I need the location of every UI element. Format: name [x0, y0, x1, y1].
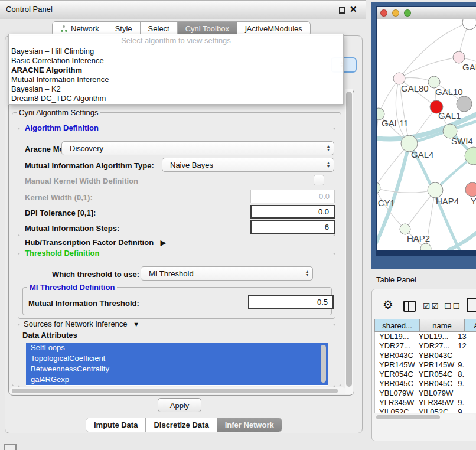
float-panel-icon[interactable] — [339, 7, 345, 14]
table-header-row: shared... name A — [374, 319, 476, 332]
node-gal80[interactable] — [393, 73, 405, 84]
table-row[interactable]: YPR145WYPR145W9. — [375, 360, 476, 370]
mi-threshold-label: Mutual Information Threshold: — [28, 299, 139, 308]
hub-definition-disclosure[interactable]: Hub/Transcription Factor Definition ▶ — [25, 238, 166, 247]
kernel-width-input[interactable]: 0.0 — [250, 190, 335, 203]
attributes-scrollbar-thumb[interactable] — [321, 345, 326, 383]
table-row[interactable]: YDL19...YDL19...13 — [375, 332, 476, 341]
table-cell: YDL19... — [416, 332, 456, 341]
table-cell: 13 — [455, 332, 476, 341]
gear-icon[interactable]: ⚙ — [383, 298, 393, 312]
table-cell: YPR145W — [416, 360, 456, 370]
node-label-gal4: GAL4 — [411, 149, 433, 159]
screen: Control Panel ✕ NetworkStyleSelectCyni T… — [0, 0, 476, 450]
algorithm-option-dream8-dc-tdc-algorithm[interactable]: Dream8 DC_TDC Algorithm — [9, 94, 343, 103]
tab-label: Network — [71, 24, 99, 33]
node-y[interactable] — [465, 182, 476, 197]
settings-horizontal-scrollbar[interactable] — [9, 387, 346, 394]
node-unlabeled[interactable] — [457, 96, 472, 112]
select-all-checkboxes-icon[interactable]: ☑☑ — [423, 301, 440, 311]
table-cell: YBL079W — [375, 389, 416, 398]
tab-impute-data[interactable]: Impute Data — [86, 418, 146, 432]
disclosure-right-icon: ▶ — [161, 239, 166, 247]
mi-algorithm-type-combo[interactable]: Naive Bayes ▴▾ — [162, 158, 334, 172]
aracne-mode-combo[interactable]: Discovery ▴▾ — [61, 141, 334, 155]
table-horizontal-scrollbar[interactable] — [375, 414, 475, 420]
tab-infer-network[interactable]: Infer Network — [217, 418, 282, 432]
column-header-name[interactable]: name — [420, 319, 465, 332]
dpi-tolerance-value: 0.0 — [318, 207, 329, 216]
window-close-traffic-light[interactable] — [380, 9, 387, 17]
table-cell: YDL19... — [375, 332, 416, 341]
data-attributes-list[interactable]: SelfLoopsTopologicalCoefficientBetweenne… — [26, 343, 328, 386]
algorithm-option-mutual-information-inference[interactable]: Mutual Information Inference — [9, 75, 343, 84]
node-unlabeled[interactable] — [420, 243, 431, 250]
table-cell: YIL052C — [375, 407, 416, 413]
table-row[interactable]: YLR345WYLR345W9. — [375, 398, 476, 407]
cyni-algorithm-settings-title: Cyni Algorithm Settings — [17, 108, 100, 117]
table-cell: YBR043C — [416, 351, 456, 360]
node-label-gal: GAL — [462, 62, 476, 72]
settings-vertical-scrollbar[interactable] — [345, 89, 353, 394]
which-threshold-combo[interactable]: MI Threshold ▴▾ — [141, 266, 313, 281]
node-label-gal1: GAL1 — [438, 110, 461, 120]
mi-algorithm-type-label: Mutual Information Algorithm Type: — [25, 161, 154, 170]
algorithm-option-aracne-algorithm[interactable]: ARACNE Algorithm — [9, 66, 343, 75]
tab-discretize-data[interactable]: Discretize Data — [146, 418, 217, 432]
table-row[interactable]: YIL052CYIL052C9. — [375, 407, 476, 413]
table-cell: YDR27... — [375, 341, 416, 351]
attribute-item-selfloops[interactable]: SelfLoops — [26, 343, 328, 353]
attribute-item-betweennesscentrality[interactable]: BetweennessCentrality — [26, 364, 328, 374]
node-gal[interactable] — [453, 51, 465, 63]
table-cell: YER054C — [416, 370, 456, 379]
node-gal10[interactable] — [428, 76, 440, 88]
mi-steps-input[interactable]: 6 — [250, 220, 335, 234]
which-threshold-value: MI Threshold — [149, 269, 194, 278]
close-panel-icon[interactable]: ✕ — [350, 4, 357, 15]
table-cell — [455, 351, 476, 360]
node-gcy1[interactable] — [377, 182, 380, 194]
new-document-icon[interactable] — [467, 298, 476, 312]
algorithm-option-bayesian-k2[interactable]: Bayesian – K2 — [9, 84, 343, 94]
network-canvas[interactable]: GALGAL80GAL10GAL1GAL11SWI4GAL4HAP4YGCY1H… — [377, 19, 476, 250]
column-header-shared-name[interactable]: shared... — [374, 319, 420, 332]
table-row[interactable]: YER054CYER054C8. — [375, 370, 476, 379]
table-cell: 9. — [455, 379, 476, 389]
split-columns-icon[interactable] — [403, 301, 416, 312]
attribute-item-gal4rgexp[interactable]: gal4RGexp — [26, 374, 328, 385]
apply-button[interactable]: Apply — [158, 398, 201, 412]
settings-horizontal-scrollbar-thumb[interactable] — [12, 389, 338, 393]
table-rows[interactable]: YDL19...YDL19...13YDR27...YDR27...12YBR0… — [374, 332, 476, 413]
collapsed-panel-grip[interactable] — [4, 444, 17, 450]
algorithm-option-basic-correlation-inference[interactable]: Basic Correlation Inference — [9, 56, 343, 66]
algorithm-option-bayesian-hill-climbing[interactable]: Bayesian – Hill Climbing — [9, 47, 343, 56]
combo-down-icon: ▾ — [327, 148, 330, 152]
table-row[interactable]: YBR045CYBR045C9. — [375, 379, 476, 389]
manual-kernel-width-checkbox[interactable] — [314, 175, 324, 185]
table-horizontal-scrollbar-thumb[interactable] — [376, 415, 440, 419]
table-row[interactable]: YBR043CYBR043C — [375, 351, 476, 360]
combo-down-icon: ▾ — [306, 273, 308, 277]
node-label-gcy1: GCY1 — [377, 198, 395, 208]
mi-threshold-input[interactable]: 0.5 — [248, 295, 334, 309]
panel-divider — [367, 0, 367, 450]
table-row[interactable]: YBL079WYBL079W — [375, 389, 476, 398]
bottom-tab-bar: Impute DataDiscretize DataInfer Network — [86, 418, 282, 432]
table-cell: YDR27... — [416, 341, 456, 351]
dpi-tolerance-input[interactable]: 0.0 — [250, 205, 335, 219]
node-label-y: Y — [471, 196, 476, 206]
window-minimize-traffic-light[interactable] — [392, 9, 399, 17]
table-row[interactable]: YDR27...YDR27...12 — [375, 341, 476, 351]
column-header-third[interactable]: A — [465, 319, 476, 332]
table-cell: YBR045C — [416, 379, 456, 389]
attribute-item-topologicalcoefficient[interactable]: TopologicalCoefficient — [26, 353, 328, 364]
network-edges-teal — [377, 115, 476, 250]
sources-disclosure[interactable]: Sources for Network Inference ▼ — [21, 319, 142, 328]
table-cell: YER054C — [375, 370, 416, 379]
deselect-all-checkboxes-icon[interactable]: ☐☐ — [444, 301, 461, 311]
table-cell: 12 — [455, 341, 476, 351]
settings-vertical-scrollbar-thumb[interactable] — [346, 92, 352, 387]
disclosure-down-icon: ▼ — [133, 321, 139, 328]
window-zoom-traffic-light[interactable] — [404, 9, 411, 17]
node-unlabeled[interactable] — [462, 19, 476, 30]
